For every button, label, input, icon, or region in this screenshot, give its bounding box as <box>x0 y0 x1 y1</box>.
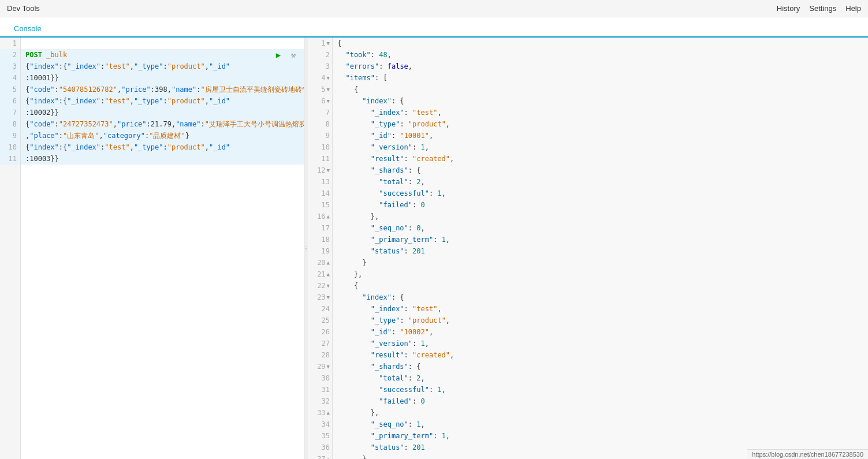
resp-line-16: }, <box>333 211 868 222</box>
editor-line-numbers: 1 2 3 4 5 6 7 8 9 10 11 <box>0 38 21 459</box>
rln-27: 27 <box>308 338 332 349</box>
rln-30: 30 <box>308 372 332 384</box>
ln-7: 7 <box>0 107 20 118</box>
resp-line-30: "total": 2, <box>333 372 868 384</box>
resp-line-2: "took": 48, <box>333 49 868 61</box>
editor-line-9: ,"place":"山东青岛","category":"品质建材"} <box>21 130 304 141</box>
rln-17: 17 <box>308 222 332 234</box>
rln-32: 32 <box>308 395 332 407</box>
rln-7: 7 <box>308 107 332 118</box>
resp-line-4: "items": [ <box>333 72 868 84</box>
resp-line-19: "status": 201 <box>333 245 868 257</box>
resp-line-13: "total": 2, <box>333 176 868 188</box>
resp-line-22: { <box>333 280 868 292</box>
rln-22: 22▼ <box>308 280 332 292</box>
resp-line-23: "index": { <box>333 292 868 303</box>
rln-10: 10 <box>308 141 332 153</box>
editor-line-10: {"index":{"_index":"test","_type":"produ… <box>21 141 304 153</box>
rln-23: 23▼ <box>308 292 332 303</box>
resp-line-29: "_shards": { <box>333 361 868 372</box>
ln-10: 10 <box>0 141 20 153</box>
resp-line-35: "_primary_term": 1, <box>333 430 868 442</box>
tab-bar: Console <box>0 17 868 38</box>
response-area: 1▼ 2 3 4▼ 5▼ 6▼ 7 8 9 10 11 12▼ 13 14 15… <box>308 38 868 459</box>
rln-11: 11 <box>308 153 332 165</box>
rln-29: 29▼ <box>308 361 332 372</box>
resp-line-31: "successful": 1, <box>333 384 868 395</box>
ln-9: 9 <box>0 130 20 141</box>
resp-line-14: "successful": 1, <box>333 188 868 199</box>
rln-6: 6▼ <box>308 95 332 107</box>
editor-code[interactable]: POST _bulk {"index":{"_index":"test","_t… <box>21 38 304 459</box>
resp-line-20: } <box>333 257 868 268</box>
rln-1: 1▼ <box>308 38 332 49</box>
rln-2: 2 <box>308 49 332 61</box>
action-buttons: ▶ ⚒ <box>273 49 299 61</box>
resp-line-9: "_id": "10001", <box>333 130 868 141</box>
rln-15: 15 <box>308 199 332 211</box>
rln-36: 36 <box>308 442 332 453</box>
top-nav: History Settings Help <box>777 4 861 13</box>
editor-line-5: {"code":"540785126782","price":398,"name… <box>21 84 304 95</box>
resp-line-12: "_shards": { <box>333 165 868 176</box>
rln-14: 14 <box>308 188 332 199</box>
resp-line-26: "_id": "10002", <box>333 326 868 338</box>
resp-line-18: "_primary_term": 1, <box>333 234 868 245</box>
top-bar: Dev Tools History Settings Help <box>0 0 868 17</box>
resp-line-7: "_index": "test", <box>333 107 868 118</box>
nav-help[interactable]: Help <box>845 4 861 13</box>
rln-19: 19 <box>308 245 332 257</box>
resp-line-28: "result": "created", <box>333 349 868 361</box>
resp-line-15: "failed": 0 <box>333 199 868 211</box>
left-panel: ▶ ⚒ 1 2 3 4 5 6 7 8 9 10 11 POST _bulk <box>0 38 304 459</box>
rln-25: 25 <box>308 315 332 326</box>
rln-37: 37▲ <box>308 453 332 459</box>
editor-line-1 <box>21 38 304 49</box>
rln-24: 24 <box>308 303 332 315</box>
resp-line-24: "_index": "test", <box>333 303 868 315</box>
resp-line-3: "errors": false, <box>333 61 868 72</box>
rln-3: 3 <box>308 61 332 72</box>
rln-21: 21▲ <box>308 268 332 280</box>
editor-area[interactable]: 1 2 3 4 5 6 7 8 9 10 11 POST _bulk {"ind… <box>0 38 304 459</box>
rln-9: 9 <box>308 130 332 141</box>
rln-31: 31 <box>308 384 332 395</box>
resp-line-8: "_type": "product", <box>333 118 868 130</box>
ln-1: 1 <box>0 38 20 49</box>
editor-line-11: :10003}} <box>21 153 304 165</box>
response-line-numbers: 1▼ 2 3 4▼ 5▼ 6▼ 7 8 9 10 11 12▼ 13 14 15… <box>308 38 333 459</box>
ln-6: 6 <box>0 95 20 107</box>
resp-line-1: { <box>333 38 868 49</box>
editor-line-7: :10002}} <box>21 107 304 118</box>
nav-settings[interactable]: Settings <box>809 4 836 13</box>
rln-4: 4▼ <box>308 72 332 84</box>
ln-3: 3 <box>0 61 20 72</box>
resp-line-11: "result": "created", <box>333 153 868 165</box>
rln-28: 28 <box>308 349 332 361</box>
run-button[interactable]: ▶ <box>273 49 284 61</box>
nav-history[interactable]: History <box>777 4 800 13</box>
resp-line-10: "_version": 1, <box>333 141 868 153</box>
editor-line-6: {"index":{"_index":"test","_type":"produ… <box>21 95 304 107</box>
tab-console[interactable]: Console <box>7 21 49 38</box>
rln-35: 35 <box>308 430 332 442</box>
rln-18: 18 <box>308 234 332 245</box>
rln-20: 20▲ <box>308 257 332 268</box>
right-panel[interactable]: 1▼ 2 3 4▼ 5▼ 6▼ 7 8 9 10 11 12▼ 13 14 15… <box>308 38 868 459</box>
ln-8: 8 <box>0 118 20 130</box>
editor-line-4: :10001}} <box>21 72 304 84</box>
ln-4: 4 <box>0 72 20 84</box>
app-title: Dev Tools <box>7 4 40 13</box>
wrench-button[interactable]: ⚒ <box>288 49 299 61</box>
rln-34: 34 <box>308 419 332 430</box>
resp-line-5: { <box>333 84 868 95</box>
resp-line-33: }, <box>333 407 868 419</box>
resp-line-17: "_seq_no": 0, <box>333 222 868 234</box>
ln-11: 11 <box>0 153 20 165</box>
rln-12: 12▼ <box>308 165 332 176</box>
rln-33: 33▲ <box>308 407 332 419</box>
rln-16: 16▲ <box>308 211 332 222</box>
resp-line-34: "_seq_no": 1, <box>333 419 868 430</box>
resp-line-6: "index": { <box>333 95 868 107</box>
main-content: ▶ ⚒ 1 2 3 4 5 6 7 8 9 10 11 POST _bulk <box>0 38 868 459</box>
